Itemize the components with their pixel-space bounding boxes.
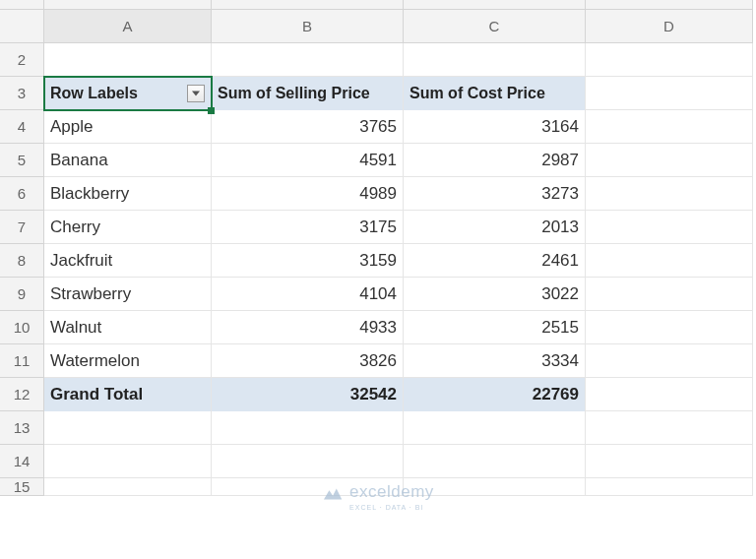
watermark-logo: exceldemy EXCEL · DATA · BI (322, 482, 434, 502)
table-row-label[interactable]: Jackfruit (44, 244, 212, 278)
table-row-label[interactable]: Blackberry (44, 177, 212, 211)
cell[interactable] (586, 144, 753, 177)
column-header-c[interactable]: C (404, 10, 586, 43)
row-header[interactable]: 7 (0, 211, 44, 244)
table-row-cost[interactable]: 2461 (404, 244, 586, 278)
table-row-cost[interactable]: 3334 (404, 344, 586, 378)
table-row-label[interactable]: Watermelon (44, 344, 212, 378)
cell[interactable] (586, 311, 753, 344)
table-row-selling[interactable]: 3765 (212, 110, 404, 144)
cell[interactable] (44, 411, 212, 445)
row-header[interactable]: 10 (0, 311, 44, 344)
row-header[interactable]: 12 (0, 378, 44, 411)
cell[interactable] (586, 244, 753, 278)
cell[interactable] (586, 478, 753, 496)
cell[interactable] (404, 411, 586, 445)
corner-cell (0, 0, 44, 10)
row-header[interactable]: 13 (0, 411, 44, 445)
table-row-selling[interactable]: 4104 (212, 278, 404, 311)
chevron-down-icon (192, 91, 200, 96)
table-row-cost[interactable]: 2515 (404, 311, 586, 344)
watermark-tagline: EXCEL · DATA · BI (349, 504, 423, 511)
cell[interactable] (586, 77, 753, 110)
exceldemy-icon (322, 483, 344, 501)
table-row-selling[interactable]: 3826 (212, 344, 404, 378)
row-header[interactable]: 11 (0, 344, 44, 378)
table-row-selling[interactable]: 4591 (212, 144, 404, 177)
row-header[interactable]: 4 (0, 110, 44, 144)
spreadsheet-grid: A B C D 2 3 Row Labels Sum of Selling Pr… (0, 0, 756, 496)
grand-total-cost[interactable]: 22769 (404, 378, 586, 411)
table-row-selling[interactable]: 4989 (212, 177, 404, 211)
grand-total-label[interactable]: Grand Total (44, 378, 212, 411)
table-row-cost[interactable]: 3164 (404, 110, 586, 144)
col-header-gap (404, 0, 586, 10)
corner-cell[interactable] (0, 10, 44, 43)
cell[interactable] (586, 43, 753, 77)
column-header-a[interactable]: A (44, 10, 212, 43)
row-header[interactable]: 5 (0, 144, 44, 177)
table-row-cost[interactable]: 2013 (404, 211, 586, 244)
table-row-selling[interactable]: 3159 (212, 244, 404, 278)
cell[interactable] (44, 43, 212, 77)
cell[interactable] (586, 445, 753, 478)
column-header-d[interactable]: D (586, 10, 753, 43)
row-header[interactable]: 6 (0, 177, 44, 211)
column-header-b[interactable]: B (212, 10, 404, 43)
pivot-row-labels-header[interactable]: Row Labels (44, 77, 212, 110)
cell[interactable] (586, 378, 753, 411)
table-row-cost[interactable]: 2987 (404, 144, 586, 177)
table-row-selling[interactable]: 3175 (212, 211, 404, 244)
table-row-cost[interactable]: 3273 (404, 177, 586, 211)
cell[interactable] (44, 478, 212, 496)
cell[interactable] (586, 211, 753, 244)
table-row-label[interactable]: Apple (44, 110, 212, 144)
table-row-label[interactable]: Banana (44, 144, 212, 177)
watermark-text: exceldemy (349, 482, 434, 502)
table-row-cost[interactable]: 3022 (404, 278, 586, 311)
col-header-gap (212, 0, 404, 10)
pivot-selling-header[interactable]: Sum of Selling Price (212, 77, 404, 110)
row-header[interactable]: 9 (0, 278, 44, 311)
table-row-label[interactable]: Cherry (44, 211, 212, 244)
row-header[interactable]: 8 (0, 244, 44, 278)
row-header[interactable]: 2 (0, 43, 44, 77)
table-row-label[interactable]: Walnut (44, 311, 212, 344)
cell[interactable] (212, 411, 404, 445)
cell[interactable] (586, 411, 753, 445)
filter-dropdown-button[interactable] (187, 85, 205, 102)
col-header-gap (44, 0, 212, 10)
cell[interactable] (586, 344, 753, 378)
table-row-label[interactable]: Strawberry (44, 278, 212, 311)
cell[interactable] (586, 110, 753, 144)
cell[interactable] (404, 43, 586, 77)
row-header[interactable]: 15 (0, 478, 44, 496)
pivot-cost-header[interactable]: Sum of Cost Price (404, 77, 586, 110)
cell[interactable] (212, 43, 404, 77)
row-header[interactable]: 3 (0, 77, 44, 110)
table-row-selling[interactable]: 4933 (212, 311, 404, 344)
cell[interactable] (212, 445, 404, 478)
cell[interactable] (404, 445, 586, 478)
grand-total-selling[interactable]: 32542 (212, 378, 404, 411)
row-labels-text: Row Labels (50, 85, 138, 102)
row-header[interactable]: 14 (0, 445, 44, 478)
cell[interactable] (586, 278, 753, 311)
col-header-gap (586, 0, 753, 10)
cell[interactable] (586, 177, 753, 211)
cell[interactable] (44, 445, 212, 478)
